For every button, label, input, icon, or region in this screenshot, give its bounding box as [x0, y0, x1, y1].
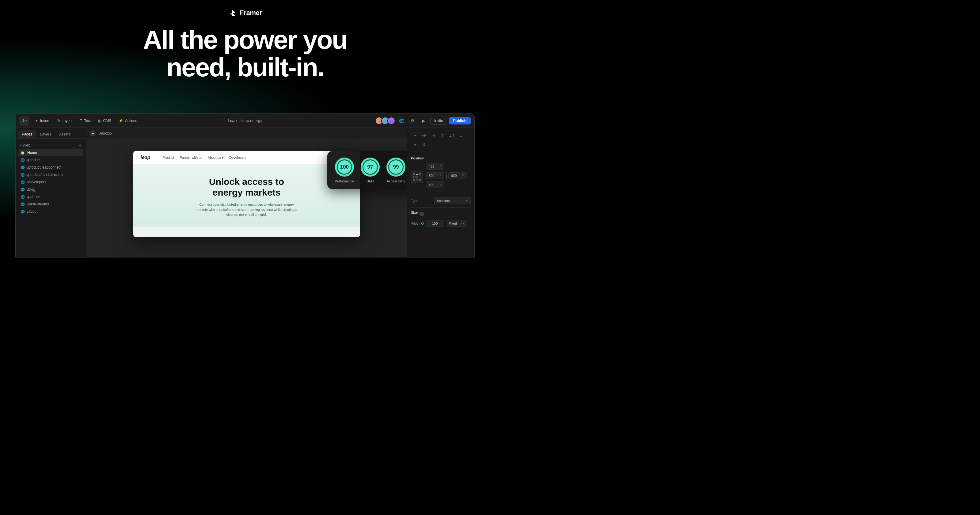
- size-inputs-row: Width 100 Fixed ▾: [411, 220, 471, 227]
- toolbar-right: 🌐 ⚙ ▶ Invite Publish: [375, 116, 471, 125]
- canvas-view-label: Desktop: [99, 131, 112, 136]
- globe-icon-7: 🌐: [21, 202, 25, 206]
- hero-section: Framer All the power you need, built-in.: [0, 0, 490, 120]
- metric-seo: 97 SEO: [360, 157, 380, 183]
- tab-layers[interactable]: Layers: [37, 130, 55, 138]
- metric-performance: 100 Performance: [335, 157, 354, 183]
- globe-icon-5: 🌐: [21, 188, 25, 191]
- sidebar-section-web: ▾ Web + 🏠 Home 🌐 /product 🌐 /product/lea…: [16, 139, 86, 217]
- type-label: Type: [411, 199, 418, 202]
- constraint-grid: [411, 171, 423, 183]
- position-top-input[interactable]: 400 T: [426, 163, 444, 170]
- insert-button[interactable]: ＋ Insert: [32, 116, 52, 125]
- position-left-input[interactable]: 600 L: [426, 172, 444, 179]
- website-hero: Unlock access to energy markets Connect …: [133, 164, 360, 226]
- website-hero-subtitle: Connect your distributed energy resource…: [194, 202, 299, 217]
- canvas-area: ▶ Desktop leap Product Partner with us A…: [86, 128, 407, 257]
- sidebar-item-developers[interactable]: 🌐 /developers: [18, 179, 83, 186]
- position-right-input[interactable]: 600 R: [448, 172, 467, 179]
- seo-label: SEO: [366, 179, 374, 183]
- nav-product[interactable]: Product: [163, 156, 174, 160]
- size-header: Size i: [411, 210, 471, 217]
- section-header-web[interactable]: ▾ Web +: [18, 142, 83, 149]
- sidebar-tabs: Pages Layers Assets: [16, 128, 86, 139]
- sidebar-item-product[interactable]: 🌐 /product: [18, 156, 83, 164]
- sidebar-item-home[interactable]: 🏠 Home: [18, 149, 83, 156]
- sidebar-item-leapconnect[interactable]: 🌐 /product/leapconnect: [18, 164, 83, 171]
- text-icon: T: [80, 119, 82, 123]
- position-inputs: 400 T 600 L: [426, 163, 471, 191]
- size-width-input[interactable]: 100: [426, 220, 444, 227]
- globe-icon-6: 🌐: [21, 195, 25, 199]
- settings-button[interactable]: ⚙: [408, 116, 417, 125]
- accessibility-value: 99: [393, 164, 399, 170]
- insert-icon: ＋: [35, 118, 38, 123]
- publish-button[interactable]: Publish: [449, 117, 471, 124]
- text-button[interactable]: T Text: [77, 117, 94, 124]
- canvas-play-button[interactable]: ▶: [90, 130, 96, 136]
- cms-button[interactable]: ◎ CMS: [95, 117, 114, 124]
- logo-text: Framer: [240, 9, 262, 17]
- size-section-title: Size: [411, 210, 418, 214]
- panel-divider-2: [411, 194, 471, 194]
- performance-label: Performance: [335, 179, 354, 183]
- position-bottom-input[interactable]: 400 B: [426, 182, 444, 188]
- nav-partner[interactable]: Partner with us: [180, 156, 202, 160]
- hero-title-line1: All the power you: [143, 25, 347, 54]
- website-hero-title: Unlock access to energy markets: [141, 177, 353, 198]
- nav-about[interactable]: About us ▾: [208, 156, 224, 160]
- alignment-toolbar: ⊢ ⊣⊢ ⊣ ⊤ ⊥⊤ ⊥ ⇔ ⇕: [411, 131, 471, 149]
- sidebar-item-case-studies[interactable]: 🌐 /case-studies: [18, 201, 83, 208]
- add-page-icon[interactable]: +: [79, 143, 81, 148]
- distribute-h-button[interactable]: ⇔: [411, 141, 419, 149]
- performance-value: 100: [340, 164, 349, 170]
- size-info-icon[interactable]: i: [420, 212, 424, 216]
- invite-button[interactable]: Invite: [430, 117, 447, 125]
- toolbar-left: ▾ ＋ Insert ⊞ Layout T Text ◎ CMS ⚡ Actio…: [19, 116, 140, 126]
- app-window: ▾ ＋ Insert ⊞ Layout T Text ◎ CMS ⚡ Actio…: [15, 113, 475, 257]
- globe-button[interactable]: 🌐: [397, 116, 406, 125]
- nav-developers[interactable]: Developers: [229, 156, 247, 160]
- align-right-button[interactable]: ⊣: [430, 131, 437, 139]
- size-width-type-dropdown[interactable]: Fixed ▾: [446, 220, 467, 227]
- website-preview: leap Product Partner with us About us ▾ …: [133, 151, 360, 237]
- align-center-h-button[interactable]: ⊣⊢: [420, 131, 428, 139]
- tab-assets[interactable]: Assets: [56, 130, 74, 138]
- actions-icon: ⚡: [119, 119, 123, 123]
- align-top-button[interactable]: ⊤: [439, 131, 447, 139]
- sidebar-item-marketaccess[interactable]: 🌐 /product/marketaccess: [18, 171, 83, 179]
- distribute-v-button[interactable]: ⇕: [420, 141, 428, 149]
- sidebar-item-about[interactable]: 🌐 /about: [18, 208, 83, 215]
- logo-area: Framer: [228, 9, 262, 17]
- globe-icon-2: 🌐: [21, 166, 25, 169]
- sidebar: Pages Layers Assets ▾ Web + 🏠 Home 🌐 /pr…: [16, 128, 86, 257]
- seo-value: 97: [368, 164, 373, 170]
- sidebar-item-partner[interactable]: 🌐 /partner: [18, 193, 83, 201]
- cms-icon: ◎: [98, 119, 101, 123]
- preview-button[interactable]: ▶: [419, 116, 428, 125]
- metrics-overlay: 100 Performance 97: [327, 151, 407, 189]
- avatar-group: [375, 117, 395, 125]
- hero-title: All the power you need, built-in.: [143, 26, 347, 81]
- layout-button[interactable]: ⊞ Layout: [54, 117, 76, 124]
- align-left-button[interactable]: ⊢: [411, 131, 419, 139]
- panel-divider-1: [411, 153, 471, 153]
- align-center-v-button[interactable]: ⊥⊤: [448, 131, 456, 139]
- type-row: Type Absolute ▾: [411, 197, 471, 204]
- align-bottom-button[interactable]: ⊥: [457, 131, 465, 139]
- framer-logo-icon: [228, 9, 237, 17]
- size-link-button[interactable]: [422, 222, 424, 225]
- globe-icon-8: 🌐: [21, 210, 25, 214]
- sidebar-item-blog[interactable]: 🌐 /blog: [18, 186, 83, 193]
- panel-divider-3: [411, 207, 471, 207]
- layout-icon: ⊞: [57, 119, 60, 123]
- globe-icon-4: 🌐: [21, 180, 25, 184]
- main-content: Pages Layers Assets ▾ Web + 🏠 Home 🌐 /pr…: [16, 128, 474, 257]
- globe-icon-1: 🌐: [21, 158, 25, 162]
- type-dropdown[interactable]: Absolute ▾: [434, 197, 471, 204]
- tab-pages[interactable]: Pages: [18, 130, 36, 138]
- actions-button[interactable]: ⚡ Actions: [116, 117, 140, 124]
- right-panel: ⊢ ⊣⊢ ⊣ ⊤ ⊥⊤ ⊥ ⇔ ⇕ Position: [407, 128, 474, 257]
- framer-home-button[interactable]: ▾: [19, 116, 29, 126]
- avatar-3: [387, 117, 395, 125]
